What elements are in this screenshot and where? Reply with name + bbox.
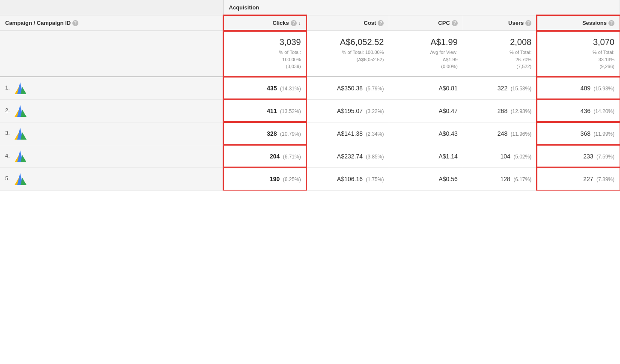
clicks-sort-icon: ↓: [298, 20, 301, 26]
row-number: 2.: [5, 107, 10, 113]
cpc-value: A$0.81: [438, 85, 457, 92]
clicks-col-label: Clicks: [272, 20, 289, 26]
users-help-icon[interactable]: ?: [525, 20, 531, 26]
sessions-pct: (7.59%): [595, 154, 614, 160]
row-4-cpc-cell: A$1.14: [389, 145, 463, 167]
row-3-campaign-cell: 3.: [0, 122, 224, 145]
row-number: 1.: [5, 84, 10, 91]
campaign-group-header: [0, 0, 224, 15]
totals-cost-sub: % of Total: 100.00% (A$6,052.52): [312, 49, 384, 63]
users-value: 248: [498, 130, 507, 137]
row-2-users-cell: 268 (12.93%): [463, 99, 537, 122]
totals-clicks-cell: 3,039 % of Total: 100.00% (3,039): [224, 31, 307, 77]
sessions-value: 368: [581, 130, 590, 137]
sessions-value: 436: [581, 107, 590, 114]
google-ads-icon: [15, 82, 27, 94]
table-row: 5. 190 (6.25%)A$106.16 (1.75%)A$0.56128 …: [0, 167, 620, 190]
totals-sessions-sub: % of Total: 33.13% (9,266): [542, 49, 614, 70]
sessions-pct: (14.20%): [592, 108, 614, 114]
row-1-sessions-cell: 489 (15.93%): [537, 77, 620, 100]
clicks-pct: (6.25%): [281, 176, 301, 182]
row-5-users-cell: 128 (6.17%): [463, 167, 537, 190]
clicks-pct: (6.71%): [281, 154, 301, 160]
google-ads-icon: [15, 128, 27, 140]
row-5-clicks-cell: 190 (6.25%): [224, 167, 307, 190]
clicks-value: 204: [270, 153, 280, 160]
users-value: 128: [501, 176, 510, 182]
row-5-cost-cell: A$106.16 (1.75%): [306, 167, 389, 190]
sessions-value: 227: [583, 176, 593, 182]
clicks-pct: (13.52%): [279, 108, 301, 114]
row-2-cost-cell: A$195.07 (3.22%): [306, 99, 389, 122]
sessions-pct: (7.39%): [595, 176, 614, 182]
cpc-col-header[interactable]: CPC ?: [389, 15, 463, 31]
totals-cost-main: A$6,052.52: [312, 37, 384, 47]
cpc-help-icon[interactable]: ?: [452, 20, 458, 26]
google-ads-icon: [15, 150, 27, 162]
cost-pct: (5.79%): [364, 86, 384, 92]
row-4-campaign-cell: 4.: [0, 145, 224, 167]
cost-value: A$141.38: [337, 130, 363, 137]
row-number: 4.: [5, 152, 10, 159]
row-3-cpc-cell: A$0.43: [389, 122, 463, 145]
row-1-clicks-cell: 435 (14.31%): [224, 77, 307, 100]
sessions-col-label: Sessions: [582, 20, 607, 26]
table-row: 1. 435 (14.31%)A$350.38 (5.79%)A$0.81322…: [0, 77, 620, 100]
cost-col-label: Cost: [364, 20, 376, 26]
totals-cpc-main: A$1.99: [394, 37, 457, 47]
cost-value: A$232.74: [337, 153, 363, 160]
cost-pct: (1.75%): [364, 176, 384, 182]
totals-cost-cell: A$6,052.52 % of Total: 100.00% (A$6,052.…: [306, 31, 389, 77]
totals-clicks-sub: % of Total: 100.00% (3,039): [229, 49, 301, 70]
sessions-col-header[interactable]: Sessions ?: [537, 15, 620, 31]
cost-value: A$350.38: [337, 85, 363, 92]
row-1-users-cell: 322 (15.53%): [463, 77, 537, 100]
row-3-cost-cell: A$141.38 (2.34%): [306, 122, 389, 145]
users-col-label: Users: [508, 20, 524, 26]
row-number: 5.: [5, 175, 10, 182]
totals-clicks-main: 3,039: [229, 37, 301, 47]
totals-cpc-cell: A$1.99 Avg for View: A$1.99 (0.00%): [389, 31, 463, 77]
row-2-cpc-cell: A$0.47: [389, 99, 463, 122]
campaign-col-header: Campaign / Campaign ID ?: [0, 15, 224, 31]
acquisition-label: Acquisition: [229, 4, 259, 11]
clicks-col-header[interactable]: Clicks ? ↓: [224, 15, 307, 31]
table-row: 2. 411 (13.52%)A$195.07 (3.22%)A$0.47268…: [0, 99, 620, 122]
users-col-header[interactable]: Users ?: [463, 15, 537, 31]
sessions-help-icon[interactable]: ?: [608, 20, 614, 26]
users-value: 104: [501, 153, 510, 160]
totals-sessions-cell: 3,070 % of Total: 33.13% (9,266): [537, 31, 620, 77]
cpc-col-label: CPC: [438, 20, 450, 26]
col-header-row: Campaign / Campaign ID ? Clicks ? ↓ Cost…: [0, 15, 620, 31]
row-3-sessions-cell: 368 (11.99%): [537, 122, 620, 145]
row-3-clicks-cell: 328 (10.79%): [224, 122, 307, 145]
users-pct: (11.96%): [509, 131, 531, 137]
row-2-campaign-cell: 2.: [0, 99, 224, 122]
table-row: 3. 328 (10.79%)A$141.38 (2.34%)A$0.43248…: [0, 122, 620, 145]
cost-pct: (2.34%): [364, 131, 384, 137]
clicks-pct: (14.31%): [279, 86, 301, 92]
cpc-value: A$0.47: [438, 107, 457, 114]
users-value: 322: [498, 85, 507, 92]
users-pct: (6.17%): [512, 176, 531, 182]
row-4-sessions-cell: 233 (7.59%): [537, 145, 620, 167]
google-ads-icon: [15, 173, 27, 185]
google-ads-icon: [15, 105, 27, 117]
sessions-value: 489: [581, 85, 590, 92]
totals-users-sub: % of Total: 26.70% (7,522): [468, 49, 531, 70]
row-4-cost-cell: A$232.74 (3.85%): [306, 145, 389, 167]
cost-pct: (3.85%): [364, 154, 384, 160]
row-2-clicks-cell: 411 (13.52%): [224, 99, 307, 122]
sessions-value: 233: [583, 153, 593, 160]
cost-col-header[interactable]: Cost ?: [306, 15, 389, 31]
row-5-campaign-cell: 5.: [0, 167, 224, 190]
clicks-help-icon[interactable]: ?: [291, 20, 297, 26]
campaign-help-icon[interactable]: ?: [72, 20, 78, 26]
cost-help-icon[interactable]: ?: [378, 20, 384, 26]
row-5-cpc-cell: A$0.56: [389, 167, 463, 190]
totals-row: 3,039 % of Total: 100.00% (3,039) A$6,05…: [0, 31, 620, 77]
totals-campaign-cell: [0, 31, 224, 77]
row-5-sessions-cell: 227 (7.39%): [537, 167, 620, 190]
cpc-value: A$0.56: [438, 176, 457, 182]
row-2-sessions-cell: 436 (14.20%): [537, 99, 620, 122]
